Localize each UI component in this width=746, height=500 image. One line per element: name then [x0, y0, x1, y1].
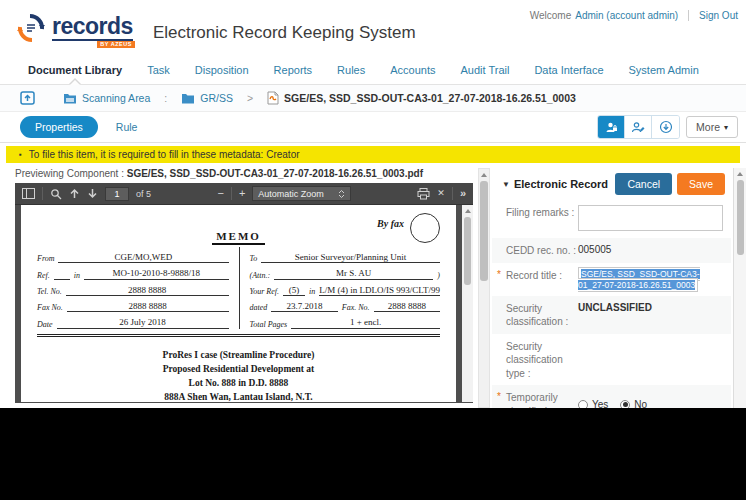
preview-panel-scrollbar[interactable]: [478, 168, 490, 408]
memo-fax-value: 2888 8888: [67, 301, 229, 312]
nav-data-interface[interactable]: Data Interface: [534, 56, 603, 84]
sign-out-link[interactable]: Sign Out: [699, 10, 738, 21]
search-icon[interactable]: [50, 188, 62, 200]
preview-panel: Previewing Component : SGE/ES, SSD_SSD-O…: [15, 168, 473, 408]
nav-disposition[interactable]: Disposition: [195, 56, 249, 84]
pdf-scrollbar-thumb[interactable]: [464, 217, 471, 285]
electronic-record-panel: ▼ Electronic Record Cancel Save Filing r…: [492, 168, 731, 408]
page-title: Electronic Record Keeping System: [153, 23, 416, 43]
user-lock-icon: [605, 121, 618, 134]
page-number-input[interactable]: [105, 187, 129, 201]
more-button[interactable]: More ▾: [686, 116, 738, 138]
section-title[interactable]: Electronic Record: [514, 178, 608, 190]
breadcrumb-folder-scanning-area[interactable]: Scanning Area: [63, 92, 150, 104]
content-area: Previewing Component : SGE/ES, SSD_SSD-O…: [0, 168, 746, 408]
memo-attn-value: Mr S. AU: [274, 268, 433, 279]
scroll-up-icon[interactable]: [734, 168, 746, 179]
breadcrumb-current-record: SGE/ES, SSD_SSD-OUT-CA3-01_27-07-2018-16…: [267, 91, 576, 105]
zoom-in-icon[interactable]: +: [239, 188, 245, 199]
temporarily-classified-radios: Yes No: [578, 390, 723, 408]
download-button[interactable]: [652, 116, 679, 138]
nav-accounts[interactable]: Accounts: [390, 56, 435, 84]
move-to-folder-button[interactable]: [20, 91, 35, 105]
logo-text: recordsBY AZEUS: [52, 15, 133, 41]
account-admin-link[interactable]: Admin (account admin): [575, 10, 678, 21]
nav-audit-trail[interactable]: Audit Trail: [460, 56, 509, 84]
scroll-up-icon[interactable]: [462, 205, 473, 216]
nav-system-admin[interactable]: System Admin: [629, 56, 699, 84]
memo-ref-in-label: in: [74, 271, 80, 280]
security-classification-type-label: Security classification type :: [506, 339, 578, 381]
record-title-textarea[interactable]: SGE/ES, SSD_SSD-OUT-CA3-01_27-07-2018-16…: [578, 267, 700, 293]
filing-remarks-textarea[interactable]: [578, 205, 723, 231]
save-button[interactable]: Save: [677, 173, 725, 195]
nav-reports[interactable]: Reports: [274, 56, 313, 84]
memo-dated-label: dated: [250, 303, 268, 312]
byfax-label: By fax: [377, 218, 404, 229]
nav-rules[interactable]: Rules: [337, 56, 365, 84]
welcome-label: Welcome: [530, 10, 572, 21]
breadcrumb-current-label: SGE/ES, SSD_SSD-OUT-CA3-01_27-07-2018-16…: [284, 92, 576, 104]
form-row-filing-remarks: Filing remarks :: [492, 200, 731, 238]
user-edit-icon: [631, 121, 645, 134]
breadcrumb-label: Scanning Area: [82, 92, 150, 104]
more-tools-icon[interactable]: »: [460, 188, 466, 199]
radio-option-no[interactable]: No: [620, 399, 647, 408]
zoom-out-icon[interactable]: −: [217, 188, 223, 199]
next-page-icon[interactable]: [87, 188, 98, 199]
select-spinner-icon: [338, 189, 345, 199]
memo-dated-value: 23.7.2018: [271, 301, 337, 312]
tab-properties[interactable]: Properties: [20, 116, 98, 138]
memo-fax2-value: 2888 8888: [374, 301, 440, 312]
memo-subject-block: ProRes I case (Streamline Procedure) Pro…: [37, 348, 440, 402]
cancel-button[interactable]: Cancel: [615, 173, 672, 195]
pdf-document-area: By fax MEMO FromCGE/MO,WED Ref.inMO-10-2…: [15, 205, 473, 402]
print-icon[interactable]: [417, 188, 430, 200]
tab-rule[interactable]: Rule: [116, 121, 138, 133]
tab-actions: More ▾: [597, 115, 738, 139]
close-icon[interactable]: ✕: [437, 189, 445, 198]
scroll-up-icon[interactable]: [479, 169, 489, 180]
record-title-label: Record title :: [506, 268, 578, 291]
memo-tel-label: Tel. No.: [37, 287, 62, 296]
access-control-button[interactable]: [598, 116, 625, 138]
breadcrumb-folder-grss[interactable]: GR/SS: [181, 92, 233, 104]
sidebar-toggle-icon[interactable]: [22, 188, 35, 199]
warning-text: To file this item, it is required to fil…: [29, 149, 300, 160]
radio-no-label: No: [634, 399, 647, 408]
cedd-rec-no-label: CEDD rec. no. :: [506, 243, 578, 258]
page-scrollbar[interactable]: [733, 168, 746, 408]
logo-badge: BY AZEUS: [97, 41, 135, 49]
memo-subject-line: ProRes I case (Streamline Procedure): [37, 348, 440, 362]
memo-tel-value: 2888 8888: [66, 285, 229, 296]
breadcrumb-label: GR/SS: [200, 92, 233, 104]
radio-option-yes[interactable]: Yes: [578, 399, 608, 408]
memo-subject-line: Proposed Residential Development at: [37, 362, 440, 376]
scrollbar-thumb[interactable]: [480, 181, 488, 281]
bullet-icon: ▪: [19, 150, 22, 159]
main-nav: Document Library Task Disposition Report…: [0, 56, 746, 85]
scrollbar-thumb[interactable]: [737, 180, 744, 255]
memo-fields: FromCGE/MO,WED Ref.inMO-10-2010-8-9888/1…: [37, 247, 440, 337]
memo-subject-line: 888A Shen Wan, Lantau Island, N.T.: [37, 390, 440, 402]
memo-pages-label: Total Pages: [250, 320, 288, 329]
toolbar-divider: [231, 187, 232, 200]
form-row-security-classification: Security classification : UNCLASSIFIED: [492, 296, 731, 334]
user-edit-button[interactable]: [625, 116, 652, 138]
previous-page-icon[interactable]: [69, 188, 80, 199]
nav-document-library[interactable]: Document Library: [28, 56, 122, 84]
memo-to-value: Senior Surveyor/Planning Unit: [261, 252, 440, 263]
radio-yes-label: Yes: [592, 399, 608, 408]
memo-ref-label: Ref.: [37, 271, 50, 280]
header: recordsBY AZEUS Electronic Record Keepin…: [0, 0, 746, 56]
memo-to-label: To: [250, 254, 258, 263]
nav-task[interactable]: Task: [147, 56, 170, 84]
folder-icon: [63, 92, 77, 104]
collapse-caret-icon[interactable]: ▼: [502, 180, 510, 189]
folder-icon: [181, 92, 195, 104]
radio-icon-yes[interactable]: [578, 400, 588, 408]
zoom-level-select[interactable]: Automatic Zoom: [252, 186, 351, 201]
radio-icon-no[interactable]: [620, 400, 630, 408]
electronic-record-section-header: ▼ Electronic Record Cancel Save: [492, 168, 731, 200]
pdf-scrollbar[interactable]: [462, 205, 473, 402]
